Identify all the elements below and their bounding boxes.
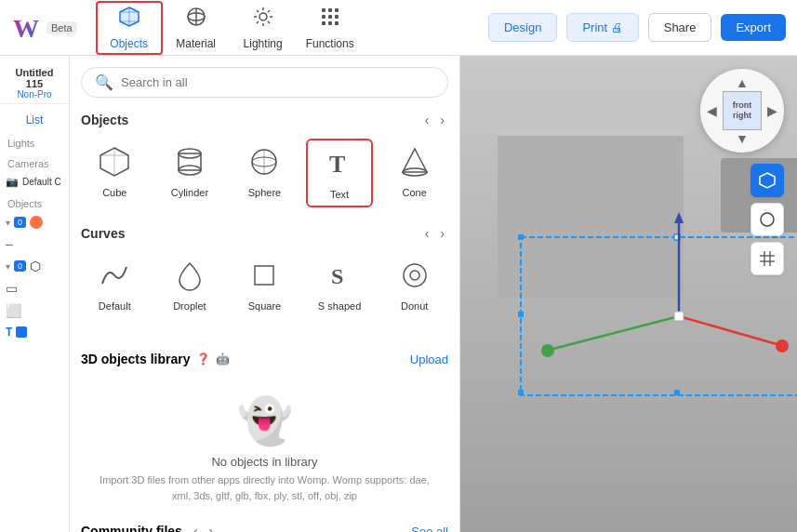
svg-rect-24 (179, 153, 201, 170)
svg-text:T: T (329, 151, 345, 178)
objects-prev-arrow[interactable]: ‹ (421, 111, 433, 129)
svg-rect-15 (328, 8, 332, 12)
donut-label: Donut (401, 300, 428, 312)
svg-rect-16 (335, 8, 339, 12)
svg-rect-17 (322, 15, 325, 19)
svg-point-5 (259, 13, 267, 20)
svg-rect-31 (255, 266, 273, 285)
toolbar-item-functions[interactable]: Functions (297, 1, 364, 55)
svg-point-56 (761, 213, 774, 226)
cube-nav-down-arrow[interactable]: ▼ (736, 131, 749, 146)
svg-rect-46 (674, 390, 680, 395)
object-item-cylinder[interactable]: Cylinder (156, 139, 224, 207)
curve-item-square[interactable]: Square (231, 252, 299, 317)
sidebar-objects-label: Objects (0, 193, 69, 211)
logo-area: W Beta (11, 13, 77, 43)
objects-next-arrow[interactable]: › (436, 111, 448, 129)
toolbar-item-material[interactable]: Material (163, 1, 230, 55)
square-curve-label: Square (248, 300, 281, 312)
cylinder-label: Cylinder (171, 187, 208, 198)
tool-cube-btn[interactable] (751, 164, 784, 197)
cone-label: Cone (403, 187, 427, 198)
curves-next-arrow[interactable]: › (436, 224, 448, 243)
default-curve-label: Default (99, 300, 131, 312)
donut-icon (397, 258, 432, 297)
sidebar-object-row-t: T (0, 323, 69, 341)
sphere-icon (246, 144, 282, 183)
community-section: Community files ‹ › See all (81, 522, 448, 532)
svg-line-13 (257, 20, 259, 22)
default-curve-icon (97, 258, 132, 297)
sidebar-object-row-minus: – (0, 233, 69, 254)
text-label: Text (330, 189, 349, 200)
svg-rect-21 (328, 21, 332, 25)
objects-label: Objects (110, 37, 148, 50)
help-icon[interactable]: ❓ (196, 352, 210, 366)
object-item-sphere[interactable]: Sphere (231, 139, 299, 207)
s-shaped-icon: S (322, 258, 357, 297)
s-shaped-label: S shaped (318, 300, 361, 312)
object-item-cube[interactable]: Cube (81, 139, 149, 207)
objects-panel: 🔍 Objects ‹ › Cube (70, 56, 460, 532)
svg-rect-14 (322, 8, 325, 12)
left-sidebar: Untitled 115 Non-Pro List Lights Cameras… (0, 56, 70, 532)
camera-icon: 📷 (6, 176, 19, 188)
viewport[interactable]: ▲ ▼ ◀ ▶ frontright (460, 56, 797, 532)
toolbar-item-objects[interactable]: Objects (96, 1, 163, 55)
curve-item-droplet[interactable]: Droplet (156, 252, 224, 317)
sidebar-object-row-3: ▭ (0, 278, 69, 299)
svg-point-52 (776, 339, 789, 352)
curves-prev-arrow[interactable]: ‹ (421, 224, 433, 243)
default-camera-label: Default C (22, 177, 61, 187)
tool-sphere-btn[interactable] (751, 203, 784, 236)
sidebar-tab-list[interactable]: List (0, 110, 69, 130)
object-item-cone[interactable]: Cone (380, 139, 448, 207)
robot-icon: 🤖 (216, 352, 230, 366)
curves-section-header: Curves ‹ › (81, 224, 448, 243)
sidebar-object-row-2[interactable]: ▾ 0 ⬡ (0, 256, 69, 276)
export-button[interactable]: Export (721, 14, 786, 41)
cube-nav-up-arrow[interactable]: ▲ (736, 75, 749, 90)
cube-nav-left-arrow[interactable]: ◀ (707, 103, 717, 118)
community-next-arrow[interactable]: › (206, 522, 218, 532)
print-button[interactable]: Print 🖨 (566, 13, 638, 42)
community-prev-arrow[interactable]: ‹ (190, 522, 202, 532)
svg-rect-41 (518, 234, 524, 240)
search-input[interactable] (121, 75, 434, 89)
curves-section: Curves ‹ › Default (81, 224, 448, 334)
objects-section-header: Objects ‹ › (81, 111, 448, 129)
curves-nav-arrows: ‹ › (421, 224, 448, 243)
toolbar-item-lighting[interactable]: Lighting (230, 1, 297, 55)
share-button[interactable]: Share (648, 13, 712, 42)
curves-grid: Default Droplet (81, 252, 448, 317)
text-icon: T (322, 146, 357, 185)
tool-grid-btn[interactable] (751, 242, 784, 275)
sidebar-object-row-1[interactable]: ▾ 0 (0, 213, 69, 232)
object-item-text[interactable]: T Text (306, 139, 374, 207)
library-section: 3D objects library ❓ 🤖 Upload 👻 No objec… (81, 351, 448, 522)
empty-library: 👻 No objects in library Import 3D files … (81, 377, 448, 522)
curve-item-s-shaped[interactable]: S S shaped (306, 252, 374, 317)
empty-library-desc: Import 3D files from other apps directly… (100, 472, 430, 503)
right-tools (751, 164, 784, 275)
see-all-button[interactable]: See all (411, 525, 448, 533)
svg-line-10 (257, 9, 259, 11)
sphere-label: Sphere (248, 187, 281, 198)
curve-item-donut[interactable]: Donut (380, 252, 448, 317)
cube-icon (97, 144, 132, 183)
ghost-icon: 👻 (100, 395, 430, 447)
search-bar[interactable]: 🔍 (81, 67, 448, 98)
sidebar-lights-label: Lights (0, 132, 69, 151)
cube-nav-right-arrow[interactable]: ▶ (767, 103, 777, 118)
cube-nav-widget[interactable]: ▲ ▼ ◀ ▶ frontright (700, 69, 784, 153)
design-button[interactable]: Design (488, 13, 557, 42)
main-area: Untitled 115 Non-Pro List Lights Cameras… (0, 56, 797, 532)
svg-point-33 (404, 264, 426, 286)
upload-button[interactable]: Upload (410, 352, 448, 366)
svg-rect-22 (335, 21, 339, 25)
viewport-bg: ▲ ▼ ◀ ▶ frontright (460, 56, 797, 532)
lighting-icon (252, 6, 274, 33)
beta-badge: Beta (46, 21, 77, 34)
curve-item-default[interactable]: Default (81, 252, 149, 317)
svg-line-12 (268, 9, 270, 11)
